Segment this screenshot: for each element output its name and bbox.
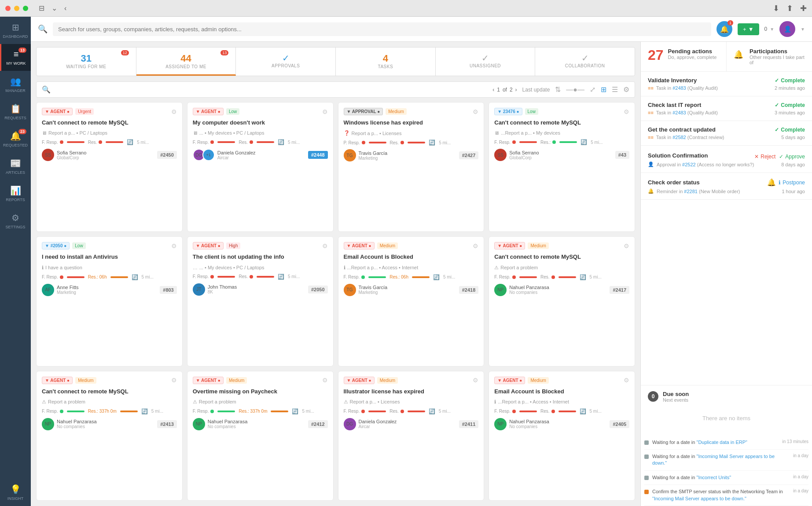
topbar-actions: 🔔 1 + ▼ 0 ▼ 👤 ▼ <box>716 21 805 37</box>
board-search-input[interactable] <box>53 86 489 93</box>
refresh-icon[interactable]: 🔄 <box>580 274 586 280</box>
notification-button[interactable]: 🔔 1 <box>716 21 732 37</box>
time-label: 5 mi... <box>302 409 314 414</box>
card-c12-gear-icon[interactable]: ⚙ <box>624 377 629 384</box>
settings-board-icon[interactable]: ⚙ <box>623 85 629 94</box>
fresp-dot <box>512 140 516 144</box>
waiting-link-w4[interactable]: "Incoming Mail Server appears to be down… <box>652 496 746 501</box>
sidebar-item-insight[interactable]: 💡 INSIGHT <box>0 479 31 506</box>
sidebar-item-reports[interactable]: 📊 REPORTS <box>0 180 31 207</box>
card-c10-gear-icon[interactable]: ⚙ <box>322 377 328 384</box>
postpone-button[interactable]: ℹ Postpone <box>779 180 805 186</box>
pending-a1-meta-text: Task in #2483 (Quality Audit) <box>656 85 718 91</box>
waiting-link-w2[interactable]: "Incoming Mail Server appears to be down… <box>652 454 775 466</box>
sidebar-item-mywork[interactable]: 13 ≡ MY WORK <box>0 44 31 71</box>
card-c3-meta-icon: ❓ <box>344 130 350 136</box>
titlebar-minimize[interactable] <box>14 6 19 11</box>
filter-icon[interactable]: —●— <box>566 86 584 94</box>
card-c12-title: Email Account is Blocked <box>494 388 629 396</box>
titlebar-close[interactable] <box>5 6 11 11</box>
card-c11-gear-icon[interactable]: ⚙ <box>473 377 478 384</box>
participations-subtitle: Other requests I take part of <box>750 55 805 65</box>
refresh-icon[interactable]: 🔄 <box>580 408 586 414</box>
card-c9-meta: ⚠ Report a problem <box>42 399 177 405</box>
card-c7-fresp: F. Resp. <box>344 275 365 279</box>
card-c4-gear-icon[interactable]: ⚙ <box>624 108 629 115</box>
sidebar-item-dashboard[interactable]: ⊞ DASHBOARD <box>0 17 31 44</box>
page-prev-icon[interactable]: ‹ <box>492 87 494 93</box>
expand-icon[interactable]: ⤢ <box>590 85 595 94</box>
refresh-icon[interactable]: 🔄 <box>278 139 284 145</box>
refresh-icon[interactable]: 🔄 <box>429 139 435 146</box>
avatar-chevron-icon[interactable]: ▼ <box>801 27 805 32</box>
share-icon[interactable]: ⬆ <box>786 4 793 13</box>
refresh-icon[interactable]: 🔄 <box>141 408 148 414</box>
waiting-item-w1: Waiting for a date in "Duplicate data in… <box>644 436 808 450</box>
titlebar-maximize[interactable] <box>23 6 28 11</box>
fresp-dot <box>362 141 365 144</box>
search-icon[interactable]: 🔍 <box>38 24 48 34</box>
sidebar-item-requests[interactable]: 📋 REQUESTS <box>0 98 31 125</box>
pending-a2-time: 3 minutes ago <box>775 110 805 115</box>
card-c8-gear-icon[interactable]: ⚙ <box>624 242 629 249</box>
titlebar-back[interactable]: ‹ <box>64 4 66 12</box>
approve-button[interactable]: ✓ Approve <box>779 154 805 160</box>
add-tab-icon[interactable]: ✚ <box>800 4 807 13</box>
sidebar-item-articles[interactable]: 📰 ARTICLES <box>0 153 31 180</box>
refresh-icon[interactable]: 🔄 <box>433 274 440 280</box>
search-input[interactable] <box>58 26 706 33</box>
tab-tasks[interactable]: 4 TASKS <box>336 48 436 76</box>
sidebar-item-requested[interactable]: 23 🔔 REQUESTED <box>0 125 31 153</box>
tab-waiting[interactable]: 12 31 WAITING FOR ME <box>37 48 136 76</box>
sidebar-item-manager[interactable]: 👥 MANAGER <box>0 71 31 98</box>
refresh-icon[interactable]: 🔄 <box>581 139 587 145</box>
card-c8-footer: NP Nahuel Panzarasa No companies #2417 <box>494 284 629 296</box>
card-c1-user-details: Sofia Serrano GlobalCorp <box>57 150 86 160</box>
postpone-mute-icon[interactable]: 🔔 <box>767 178 776 187</box>
refresh-icon[interactable]: 🔄 <box>132 274 138 280</box>
tab-approvals[interactable]: ✓ APPROVALS <box>236 48 336 76</box>
card-c7-gear-icon[interactable]: ⚙ <box>473 242 478 249</box>
pending-a5-meta-row: 🔔 Reminder in #2281 (New Mobile order) 1… <box>648 188 805 194</box>
pending-a3-meta: ≡≡ Task in #2582 (Contract review) <box>648 135 724 140</box>
refresh-icon[interactable]: 🔄 <box>127 139 133 145</box>
user-avatar[interactable]: 👤 <box>779 21 795 37</box>
titlebar-chevron[interactable]: ⌄ <box>51 4 57 12</box>
card-c3-gear-icon[interactable]: ⚙ <box>473 108 478 115</box>
titlebar-sidebar-toggle[interactable]: ⊟ <box>39 4 44 12</box>
sort-icon[interactable]: ⇅ <box>555 85 561 94</box>
grid-icon[interactable]: ⊞ <box>601 85 606 94</box>
waiting-link-w1[interactable]: "Duplicate data in ERP" <box>696 440 747 445</box>
card-c1-meta-icon: 🖥 <box>42 130 47 136</box>
card-c5-user-company: Marketing <box>57 290 79 295</box>
due-text: Due soon Next events <box>663 391 689 403</box>
download-icon[interactable]: ⬇ <box>773 4 779 13</box>
refresh-icon[interactable]: 🔄 <box>292 408 298 414</box>
card-c9-gear-icon[interactable]: ⚙ <box>171 377 177 384</box>
tab-assigned[interactable]: 13 44 ASSIGNED TO ME <box>136 48 236 76</box>
pending-subtitle: Do, approve, complete <box>668 55 717 60</box>
reject-button[interactable]: ✕ Reject <box>754 154 775 160</box>
card-c5-gear-icon[interactable]: ⚙ <box>171 242 177 249</box>
card-c2-header: ▼ AGENT ● Low ⚙ <box>193 108 328 115</box>
refresh-icon[interactable]: 🔄 <box>429 408 435 414</box>
unassigned-check-icon: ✓ <box>481 53 489 63</box>
card-c11-tag: ▼ AGENT ● <box>344 377 375 384</box>
refresh-icon[interactable]: 🔄 <box>278 274 284 280</box>
waiting-link-w3[interactable]: "Incorrect Units" <box>696 475 731 480</box>
add-button[interactable]: + ▼ <box>738 23 759 35</box>
card-c4-meta-text: ...Report a p... • My devices <box>501 130 560 136</box>
card-c2-gear-icon[interactable]: ⚙ <box>322 108 328 115</box>
pending-item-a5: Check order status 🔔 ℹ Postpone 🔔 <box>641 173 812 200</box>
list-icon[interactable]: ☰ <box>612 85 618 94</box>
page-next-icon[interactable]: › <box>515 87 517 93</box>
card-c4-priority: Low <box>525 108 538 115</box>
card-c5-fresp: F. Resp. <box>42 275 63 279</box>
card-c6-gear-icon[interactable]: ⚙ <box>322 242 328 249</box>
card-c1-gear-icon[interactable]: ⚙ <box>171 108 177 115</box>
lang-selector[interactable]: 0 ▼ <box>764 26 775 32</box>
card-c8-title: Can't connect to remote MySQL <box>494 253 629 261</box>
tab-unassigned[interactable]: ✓ UNASSIGNED <box>436 48 536 76</box>
sidebar-item-settings[interactable]: ⚙ SETTINGS <box>0 207 31 235</box>
tab-collaboration[interactable]: ✓ COLLABORATION <box>535 48 635 76</box>
